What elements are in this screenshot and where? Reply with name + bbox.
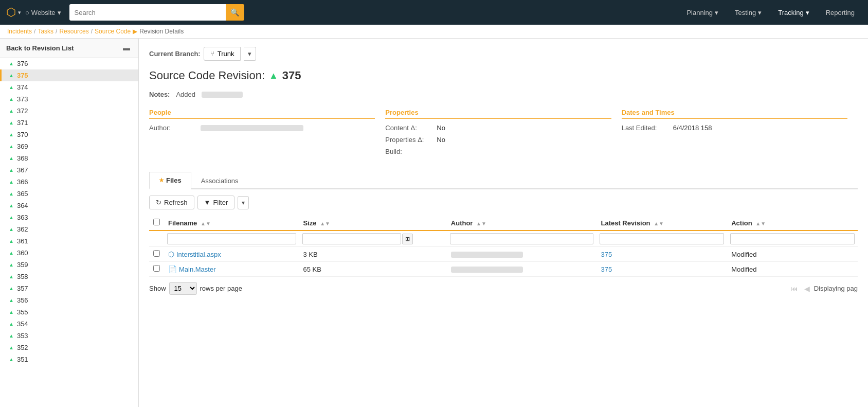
- breadcrumb-tasks[interactable]: Tasks: [38, 28, 53, 35]
- filter-dropdown-button[interactable]: ▾: [238, 196, 249, 209]
- breadcrumb-source-code[interactable]: Source Code: [95, 28, 131, 35]
- size-calc-button[interactable]: ⊞: [402, 234, 413, 244]
- sidebar-item-372[interactable]: ▲372: [0, 105, 138, 117]
- revision-item-label: 374: [17, 83, 28, 91]
- sidebar-item-365[interactable]: ▲365: [0, 188, 138, 200]
- branch-dropdown-button[interactable]: ▾: [244, 47, 256, 61]
- sidebar-list: ▲376▲375▲374▲373▲372▲371▲370▲369▲368▲367…: [0, 58, 138, 407]
- branch-button[interactable]: ⑂ Trunk: [204, 47, 241, 61]
- pagination-display: Displaying pag: [814, 285, 858, 292]
- tab-associations[interactable]: Associations: [191, 172, 248, 189]
- revision-item-label: 356: [17, 296, 28, 304]
- triangle-icon: ▲: [9, 120, 14, 126]
- tracking-label: Tracking: [778, 9, 803, 16]
- prev-page-button[interactable]: ◀: [802, 284, 812, 294]
- sidebar-item-369[interactable]: ▲369: [0, 140, 138, 152]
- row-checkbox[interactable]: [153, 265, 160, 272]
- filter-button[interactable]: ▼ Filter: [197, 196, 235, 209]
- row-filename: ⬡Interstitial.aspx: [164, 247, 299, 262]
- revision-link[interactable]: 375: [601, 266, 612, 273]
- sidebar-item-354[interactable]: ▲354: [0, 318, 138, 330]
- sidebar-item-376[interactable]: ▲376: [0, 58, 138, 69]
- sidebar-item-373[interactable]: ▲373: [0, 93, 138, 105]
- author-blurred: [451, 267, 523, 273]
- sidebar-item-367[interactable]: ▲367: [0, 164, 138, 176]
- rows-per-page-select[interactable]: 152550100: [169, 282, 197, 295]
- sidebar-item-363[interactable]: ▲363: [0, 211, 138, 223]
- file-link[interactable]: Main.Master: [179, 266, 216, 273]
- revision-item-label: 370: [17, 131, 28, 138]
- th-action[interactable]: Action ▲▼: [727, 216, 858, 231]
- aspx-icon: ⬡: [168, 250, 174, 258]
- triangle-icon: ▲: [9, 96, 14, 102]
- pagination-right: ⏮ ◀ Displaying pag: [789, 284, 858, 294]
- filter-checkbox-cell: [149, 231, 164, 247]
- tracking-chevron-icon: ▾: [806, 9, 809, 16]
- tab-files[interactable]: ★ Files: [149, 172, 191, 189]
- th-filename[interactable]: Filename ▲▼: [164, 216, 299, 231]
- breadcrumb-incidents[interactable]: Incidents: [7, 28, 32, 35]
- sidebar-item-352[interactable]: ▲352: [0, 342, 138, 353]
- build-label: Build:: [385, 148, 437, 155]
- sidebar-item-358[interactable]: ▲358: [0, 271, 138, 282]
- website-label: Website: [31, 9, 56, 16]
- revision-link[interactable]: 375: [601, 251, 612, 258]
- file-link[interactable]: Interstitial.aspx: [176, 251, 221, 258]
- filter-author-input[interactable]: [450, 233, 594, 244]
- nav-item-reporting[interactable]: Reporting: [819, 6, 862, 20]
- files-table-body: ⬡Interstitial.aspx 3 KB 375 Modified 📄Ma…: [149, 247, 858, 277]
- sidebar-item-375[interactable]: ▲375: [0, 69, 138, 81]
- row-filename: 📄Main.Master: [164, 262, 299, 277]
- properties-delta-label: Properties Δ:: [385, 136, 437, 144]
- filter-latest-revision-input[interactable]: [600, 233, 724, 244]
- search-input[interactable]: [69, 4, 226, 21]
- revision-item-label: 360: [17, 249, 28, 257]
- breadcrumb-arrow-icon: ▶: [133, 28, 137, 35]
- sidebar-item-351[interactable]: ▲351: [0, 353, 138, 365]
- nav-item-testing[interactable]: Testing ▾: [728, 6, 769, 20]
- th-latest-revision[interactable]: Latest Revision ▲▼: [596, 216, 727, 231]
- revision-triangle-icon: ▲: [269, 70, 278, 81]
- filter-icon: ▼: [204, 199, 211, 206]
- triangle-icon: ▲: [9, 262, 14, 268]
- sidebar-collapse-button[interactable]: ▬: [121, 43, 132, 53]
- row-checkbox[interactable]: [153, 250, 160, 257]
- app-logo[interactable]: ⬡ ▾: [6, 6, 21, 19]
- sidebar-item-368[interactable]: ▲368: [0, 152, 138, 164]
- filename-col-label: Filename: [168, 219, 197, 227]
- row-checkbox-cell: [149, 247, 164, 262]
- sidebar-item-370[interactable]: ▲370: [0, 129, 138, 140]
- sidebar-item-359[interactable]: ▲359: [0, 259, 138, 271]
- sidebar-item-356[interactable]: ▲356: [0, 294, 138, 306]
- filter-filename-input[interactable]: [167, 233, 296, 244]
- sidebar-item-374[interactable]: ▲374: [0, 81, 138, 93]
- sidebar-item-362[interactable]: ▲362: [0, 223, 138, 235]
- search-button[interactable]: 🔍: [226, 4, 244, 21]
- files-tab-label: Files: [166, 176, 182, 184]
- select-all-checkbox[interactable]: [153, 219, 160, 225]
- th-size[interactable]: Size ▲▼: [299, 216, 447, 231]
- sidebar-header: Back to Revision List ▬: [0, 39, 138, 58]
- website-selector[interactable]: ○ Website ▾: [25, 9, 61, 16]
- triangle-icon: ▲: [9, 274, 14, 279]
- breadcrumb-resources[interactable]: Resources: [59, 28, 88, 35]
- sidebar-item-364[interactable]: ▲364: [0, 200, 138, 211]
- filter-dropdown-icon: ▾: [242, 199, 245, 206]
- refresh-button[interactable]: ↻ Refresh: [149, 196, 194, 209]
- nav-item-planning[interactable]: Planning ▾: [679, 6, 726, 20]
- sidebar-item-353[interactable]: ▲353: [0, 330, 138, 342]
- sidebar-item-366[interactable]: ▲366: [0, 176, 138, 188]
- filter-size-input[interactable]: [302, 233, 402, 244]
- row-size: 3 KB: [299, 247, 447, 262]
- sidebar-item-360[interactable]: ▲360: [0, 247, 138, 259]
- sidebar-item-361[interactable]: ▲361: [0, 235, 138, 247]
- sidebar-item-355[interactable]: ▲355: [0, 306, 138, 318]
- first-page-button[interactable]: ⏮: [789, 284, 800, 294]
- th-author[interactable]: Author ▲▼: [447, 216, 597, 231]
- sidebar-item-357[interactable]: ▲357: [0, 282, 138, 294]
- filter-action-input[interactable]: [730, 233, 855, 244]
- nav-item-tracking[interactable]: Tracking ▾: [771, 6, 816, 20]
- table-filter-row: ⊞: [149, 231, 858, 247]
- sidebar-item-371[interactable]: ▲371: [0, 117, 138, 129]
- top-nav: ⬡ ▾ ○ Website ▾ 🔍 Planning ▾ Testing ▾ T…: [0, 0, 868, 25]
